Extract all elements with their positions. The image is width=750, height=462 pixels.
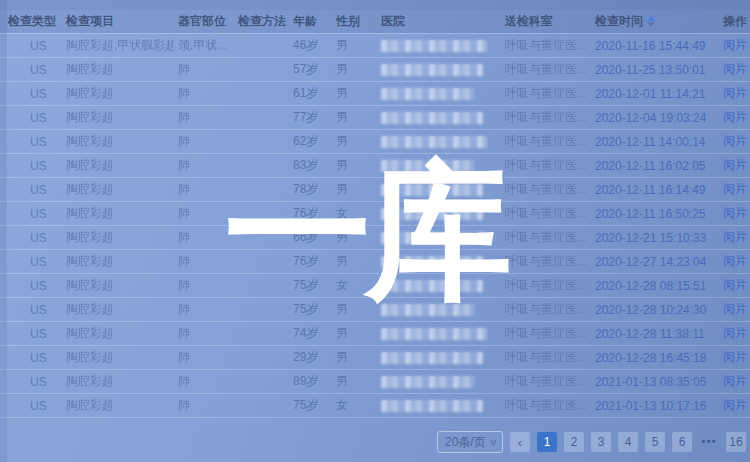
- cell-method: [234, 250, 289, 274]
- view-images-link[interactable]: 阅片: [723, 374, 747, 388]
- column-header-method: 检查方法: [234, 10, 289, 34]
- cell-organ: 肺: [174, 226, 234, 250]
- cell-exam-item: 胸腔彩超: [62, 370, 174, 394]
- view-images-link[interactable]: 阅片: [723, 350, 747, 364]
- cell-exam-type: US: [0, 394, 62, 418]
- cell-hospital: [377, 394, 501, 418]
- view-images-link[interactable]: 阅片: [723, 398, 747, 412]
- cell-hospital: [377, 370, 501, 394]
- page-button-1[interactable]: 1: [537, 432, 557, 452]
- view-images-link[interactable]: 阅片: [723, 182, 747, 196]
- page-size-select[interactable]: 20条/页 ∨: [437, 431, 503, 453]
- cell-age: 75岁: [289, 394, 332, 418]
- cell-exam-time: 2020-12-28 11:38:11: [591, 322, 719, 346]
- cell-exam-time: 2020-12-11 16:50:25: [591, 202, 719, 226]
- table-header-row: 检查类型检查项目器官部位检查方法年龄性别医院送检科室检查时间操作: [0, 10, 750, 34]
- cell-organ: 肺: [174, 346, 234, 370]
- cell-hospital: [377, 58, 501, 82]
- view-images-link[interactable]: 阅片: [723, 302, 747, 316]
- cell-action: 阅片: [719, 154, 750, 178]
- view-images-link[interactable]: 阅片: [723, 206, 747, 220]
- cell-department: 呼吸与重症医...: [501, 298, 591, 322]
- page-button-16[interactable]: 16: [726, 432, 746, 452]
- page-list: 123456•••16: [537, 432, 746, 452]
- view-images-link[interactable]: 阅片: [723, 230, 747, 244]
- cell-exam-time: 2020-12-04 19:03:24: [591, 106, 719, 130]
- cell-age: 75岁: [289, 298, 332, 322]
- sort-caret-icon[interactable]: [647, 16, 655, 27]
- cell-method: [234, 298, 289, 322]
- page-button-3[interactable]: 3: [591, 432, 611, 452]
- cell-age: 61岁: [289, 82, 332, 106]
- cell-organ: 肺: [174, 298, 234, 322]
- cell-organ: 肺: [174, 322, 234, 346]
- cell-method: [234, 274, 289, 298]
- table-row: US胸腔彩超肺29岁男呼吸与重症医...2020-12-28 16:45:18阅…: [0, 346, 750, 370]
- redacted-hospital-name: [381, 400, 483, 412]
- cell-exam-type: US: [0, 154, 62, 178]
- cell-gender: 男: [332, 346, 377, 370]
- page-button-2[interactable]: 2: [564, 432, 584, 452]
- view-images-link[interactable]: 阅片: [723, 278, 747, 292]
- view-images-link[interactable]: 阅片: [723, 38, 747, 52]
- cell-exam-item: 胸腔彩超: [62, 226, 174, 250]
- cell-action: 阅片: [719, 178, 750, 202]
- table-row: US胸腔彩超肺75岁女呼吸与重症医...2021-01-13 10:17:16阅…: [0, 394, 750, 418]
- cell-method: [234, 106, 289, 130]
- redacted-hospital-name: [381, 280, 483, 292]
- column-header-time[interactable]: 检查时间: [591, 10, 719, 34]
- cell-gender: 男: [332, 298, 377, 322]
- cell-hospital: [377, 154, 501, 178]
- cell-hospital: [377, 130, 501, 154]
- redacted-hospital-name: [381, 136, 487, 148]
- cell-exam-item: 胸腔彩超: [62, 202, 174, 226]
- view-images-link[interactable]: 阅片: [723, 62, 747, 76]
- column-header-gender: 性别: [332, 10, 377, 34]
- cell-exam-time: 2020-12-11 16:14:49: [591, 178, 719, 202]
- cell-hospital: [377, 106, 501, 130]
- cell-gender: 女: [332, 202, 377, 226]
- view-images-link[interactable]: 阅片: [723, 86, 747, 100]
- cell-hospital: [377, 274, 501, 298]
- view-images-link[interactable]: 阅片: [723, 110, 747, 124]
- cell-hospital: [377, 202, 501, 226]
- page-button-5[interactable]: 5: [645, 432, 665, 452]
- top-strip: [0, 0, 750, 10]
- cell-department: 呼吸与重症医...: [501, 250, 591, 274]
- cell-exam-time: 2021-01-13 10:17:16: [591, 394, 719, 418]
- column-header-label: 检查方法: [238, 14, 286, 28]
- prev-page-button[interactable]: ‹: [510, 432, 530, 452]
- cell-department: 呼吸与重症医...: [501, 226, 591, 250]
- cell-exam-time: 2020-11-16 15:44:49: [591, 34, 719, 58]
- cell-method: [234, 154, 289, 178]
- view-images-link[interactable]: 阅片: [723, 158, 747, 172]
- cell-action: 阅片: [719, 226, 750, 250]
- cell-age: 66岁: [289, 226, 332, 250]
- view-images-link[interactable]: 阅片: [723, 134, 747, 148]
- table-row: US胸腔彩超,甲状腺彩超颈,甲状...46岁男呼吸与重症医...2020-11-…: [0, 34, 750, 58]
- cell-exam-item: 胸腔彩超: [62, 394, 174, 418]
- cell-action: 阅片: [719, 58, 750, 82]
- cell-age: 76岁: [289, 202, 332, 226]
- cell-department: 呼吸与重症医...: [501, 394, 591, 418]
- sort-desc-icon: [647, 22, 655, 27]
- cell-hospital: [377, 178, 501, 202]
- cell-department: 呼吸与重症医...: [501, 58, 591, 82]
- cell-action: 阅片: [719, 106, 750, 130]
- page-button-4[interactable]: 4: [618, 432, 638, 452]
- cell-department: 呼吸与重症医...: [501, 178, 591, 202]
- cell-action: 阅片: [719, 370, 750, 394]
- cell-exam-time: 2020-12-11 16:02:05: [591, 154, 719, 178]
- cell-hospital: [377, 298, 501, 322]
- view-images-link[interactable]: 阅片: [723, 326, 747, 340]
- cell-method: [234, 82, 289, 106]
- chevron-down-icon: ∨: [489, 437, 498, 447]
- view-images-link[interactable]: 阅片: [723, 254, 747, 268]
- page-button-6[interactable]: 6: [672, 432, 692, 452]
- cell-action: 阅片: [719, 202, 750, 226]
- cell-gender: 男: [332, 154, 377, 178]
- cell-hospital: [377, 34, 501, 58]
- cell-exam-time: 2020-12-27 14:23:04: [591, 250, 719, 274]
- cell-exam-item: 胸腔彩超: [62, 58, 174, 82]
- cell-action: 阅片: [719, 322, 750, 346]
